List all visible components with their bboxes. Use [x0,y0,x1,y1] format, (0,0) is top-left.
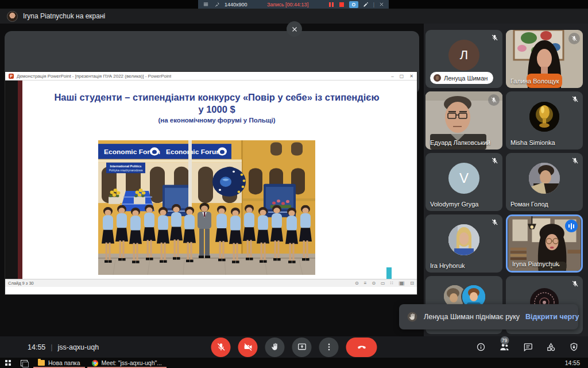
participant-name: Iryna Piatnychuk [512,260,559,267]
toast-message: Ленуца Шиман піднімає руку [424,313,520,321]
mic-off-icon [571,156,579,167]
next-slide-button[interactable]: ⊙ [372,281,376,286]
participants-count-badge: 79 [500,336,509,344]
mic-off-icon [491,218,498,228]
intl-banner-line2: Polityka międzynarodowa [109,169,143,172]
banner-text-right: Economic Forum [166,148,222,155]
chrome-icon [92,360,98,366]
recorder-resolution: 1440x900 [225,2,247,7]
avatar: Л [448,40,479,71]
raised-hand-name-badge: Ленуца Шиман [430,72,493,84]
participant-name: Ленуца Шиман [444,75,488,82]
avatar [529,163,560,194]
slide-photo: Economic Forum Economic Forum Internatio… [98,140,315,275]
windows-taskbar: Нова папка Meet: "jss-aqxu-uqh"... 14:55 [0,358,588,368]
meeting-code: jss-aqxu-uqh [58,343,99,351]
participant-tile-misha-simionka[interactable]: Misha Simionka [506,91,583,150]
presenter-avatar [7,11,18,22]
participant-tile-ira-hryhoruk[interactable]: Ira Hryhoruk [425,214,502,273]
slide-title-line1: Наші студенти – стипендіанти конкурсу «П… [28,91,405,103]
windows-logo-icon [5,360,11,366]
clock: 14:55 [28,343,45,351]
folder-icon [38,360,45,366]
mic-off-icon [491,156,498,167]
slide-title-block: Наші студенти – стипендіанти конкурсу «П… [28,91,405,124]
close-share-button[interactable] [287,21,302,37]
start-button[interactable] [0,358,16,368]
raise-hand-toast: Ленуца Шиман піднімає руку Відкрити черг… [399,304,578,329]
shared-screen-stage: P Демонстрація PowerPoint - [презентація… [0,24,424,336]
slide-left-margin [5,80,18,279]
slideshow-tools: ⊙ ≡ ⊙ ▭ ∷ ▦ ⊡ [355,281,414,286]
participant-name: Галина Волощук [510,78,559,85]
meeting-details-button[interactable] [476,342,486,352]
zoom-tool-button[interactable]: ▭ [381,281,385,286]
activities-button[interactable] [546,342,556,352]
recorder-status: Запись [00:44:13] [267,2,308,7]
speaking-indicator-icon [565,220,578,232]
mic-off-icon [571,95,579,105]
participant-name: Роман Голод [510,201,548,208]
participant-tile-lenutsa-shyman[interactable]: Л Ленуца Шиман [425,30,502,88]
participant-tile-iryna-piatnychuk[interactable]: Iryna Piatnychuk [506,214,583,273]
screen-recorder-toolbar: 1440x900 Запись [00:44:13] | [198,0,389,9]
camera-toggle-button[interactable] [238,338,258,357]
grid-tool-button[interactable]: ▦ [399,281,405,286]
participant-tile-volodymyr-gryga[interactable]: V Volodymyr Gryga [425,153,502,211]
participant-tile-roman-holod[interactable]: Роман Голод [506,153,583,211]
see-all-slides-button[interactable]: ∷ [390,281,393,286]
recorder-pause-button[interactable] [328,1,334,8]
recorder-pin-icon[interactable] [214,1,220,8]
browser-window-title: Meet: "jss-aqxu-uqh"... [102,359,163,366]
powerpoint-statusbar: Слайд 9 з 30 ⊙ ≡ ⊙ ▭ ∷ ▦ ⊡ [5,279,417,287]
presenter-label: Iryna Piatnychuk на екрані [23,12,105,20]
recorder-stop-button[interactable] [339,1,345,8]
end-call-button[interactable] [346,338,377,357]
maximize-button[interactable]: ▢ [400,74,404,79]
meet-window: 1440x900 Запись [00:44:13] | Iryna Piatn… [0,0,588,368]
powerpoint-window-title: Демонстрація PowerPoint - [презентація П… [17,74,171,79]
slide-title-line2: у 1000 $ [28,103,405,116]
taskbar-item-folder[interactable]: Нова папка [32,358,86,368]
recorder-menu-icon[interactable] [203,1,209,8]
window-controls: – ▢ ✕ [391,74,413,79]
recorder-close-button[interactable] [379,1,384,8]
host-controls-button[interactable] [569,342,579,352]
meet-control-bar: 14:55 | jss-aqxu-uqh 79 [0,336,588,358]
mic-toggle-button[interactable] [211,338,231,357]
meeting-panels: 79 [476,336,579,358]
mic-off-icon [491,33,498,44]
slideshow-menu-button[interactable]: ≡ [364,281,367,286]
avatar [448,224,479,255]
participant-tile-eduard-lapkovskyi[interactable]: Едуард Лапковський [425,91,502,150]
raise-hand-button[interactable] [265,338,285,357]
avatar [529,102,559,132]
toast-hand-icon [407,311,418,323]
previous-slide-button[interactable]: ⊙ [355,281,359,286]
task-view-button[interactable] [16,358,32,368]
chat-button[interactable] [523,342,533,352]
meeting-info: 14:55 | jss-aqxu-uqh [0,343,99,351]
minimize-button[interactable]: – [391,74,393,79]
participant-name: Volodymyr Gryga [430,201,478,208]
mic-off-icon [571,279,579,290]
powerpoint-titlebar: P Демонстрація PowerPoint - [презентація… [5,72,417,80]
participant-tile-halyna-voloshchuk[interactable]: Галина Волощук [506,30,583,88]
participants-button[interactable]: 79 [499,342,510,352]
slide-counter: Слайд 9 з 30 [8,281,34,286]
slide-accent-stripe [18,80,22,279]
powerpoint-window: P Демонстрація PowerPoint - [презентація… [5,71,417,295]
taskbar-item-meet[interactable]: Meet: "jss-aqxu-uqh"... [86,358,168,368]
mic-off-icon [568,33,580,44]
present-button[interactable] [292,338,312,357]
display-settings-button[interactable]: ⊡ [410,281,414,286]
participant-name: Misha Simionka [510,139,555,146]
intl-banner-line1: International Politics [110,164,142,168]
taskbar-clock: 14:55 [565,358,588,368]
open-queue-link[interactable]: Відкрити чергу [525,313,579,321]
window-close-button[interactable]: ✕ [409,74,413,79]
more-options-button[interactable] [319,338,339,357]
recorder-pencil-button[interactable] [363,1,369,8]
task-view-icon [21,360,28,366]
recorder-camera-button[interactable] [349,1,358,8]
